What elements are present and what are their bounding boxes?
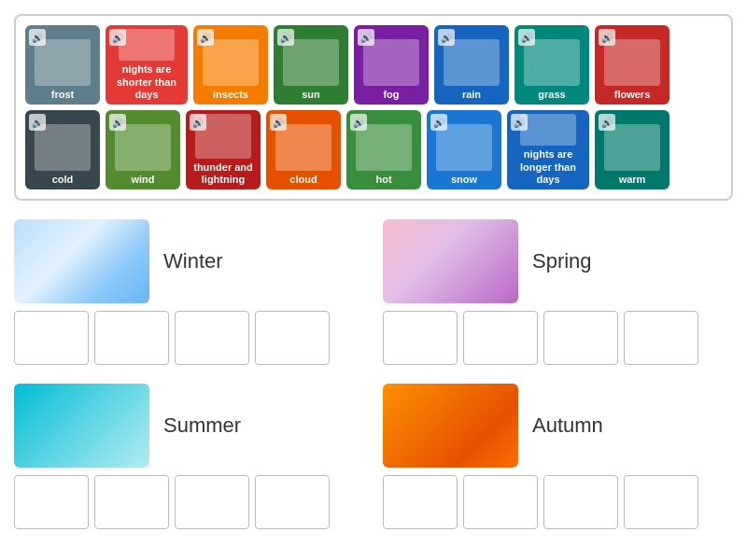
speaker-icon[interactable]: 🔊 — [358, 29, 374, 46]
speaker-icon[interactable]: 🔊 — [438, 29, 455, 46]
card-cold[interactable]: 🔊 cold — [25, 110, 100, 189]
card-label-rain: rain — [462, 89, 481, 101]
autumn-slot-1[interactable] — [383, 475, 458, 529]
card-label-frost: frost — [51, 89, 74, 101]
season-spring: Spring — [383, 219, 733, 365]
card-bank: 🔊 frost 🔊 nights are shorter than days 🔊… — [14, 14, 733, 201]
seasons-grid: Winter Spring Summer — [14, 219, 733, 529]
summer-slot-1[interactable] — [14, 475, 89, 529]
spring-slot-4[interactable] — [624, 311, 698, 365]
summer-drop-slots — [14, 475, 364, 529]
autumn-slot-4[interactable] — [624, 475, 698, 529]
winter-slot-4[interactable] — [255, 311, 330, 365]
winter-slot-2[interactable] — [94, 311, 169, 365]
winter-slot-1[interactable] — [14, 311, 89, 365]
season-spring-image — [383, 219, 518, 303]
card-warm[interactable]: 🔊 warm — [595, 110, 669, 189]
card-label-hot: hot — [375, 174, 391, 186]
speaker-icon[interactable]: 🔊 — [430, 114, 447, 131]
card-frost[interactable]: 🔊 frost — [25, 25, 100, 105]
card-label-warm: warm — [619, 174, 646, 186]
season-summer-image — [14, 384, 149, 468]
season-winter-image — [14, 219, 149, 303]
winter-drop-slots — [14, 311, 364, 365]
season-summer-name: Summer — [163, 413, 241, 438]
season-summer-header: Summer — [14, 384, 364, 468]
speaker-icon[interactable]: 🔊 — [270, 114, 287, 131]
card-sun[interactable]: 🔊 sun — [274, 25, 348, 105]
card-wind[interactable]: 🔊 wind — [106, 110, 180, 189]
card-hot[interactable]: 🔊 hot — [346, 110, 421, 189]
speaker-icon[interactable]: 🔊 — [511, 114, 528, 131]
season-autumn: Autumn — [383, 384, 733, 529]
card-cloud[interactable]: 🔊 cloud — [266, 110, 341, 189]
card-label-thunder: thunder and lightning — [190, 161, 257, 186]
spring-slot-3[interactable] — [543, 311, 618, 365]
season-autumn-name: Autumn — [532, 413, 603, 438]
winter-slot-3[interactable] — [175, 311, 249, 365]
speaker-icon[interactable]: 🔊 — [197, 29, 214, 46]
speaker-icon[interactable]: 🔊 — [109, 114, 126, 131]
speaker-icon[interactable]: 🔊 — [350, 114, 367, 131]
card-label-cold: cold — [52, 174, 74, 186]
season-winter-name: Winter — [163, 249, 223, 273]
card-nights-shorter[interactable]: 🔊 nights are shorter than days — [106, 25, 188, 105]
summer-slot-3[interactable] — [175, 475, 249, 529]
speaker-icon[interactable]: 🔊 — [29, 114, 46, 131]
card-label-fog: fog — [383, 89, 399, 101]
autumn-slot-3[interactable] — [543, 475, 618, 529]
season-autumn-image — [383, 384, 518, 468]
spring-drop-slots — [383, 311, 733, 365]
season-summer: Summer — [14, 384, 364, 529]
spring-slot-2[interactable] — [463, 311, 538, 365]
summer-slot-4[interactable] — [255, 475, 330, 529]
card-insects[interactable]: 🔊 insects — [193, 25, 268, 105]
card-snow[interactable]: 🔊 snow — [427, 110, 501, 189]
card-fog[interactable]: 🔊 fog — [354, 25, 429, 105]
card-label-wind: wind — [131, 174, 154, 186]
card-label-sun: sun — [302, 89, 320, 101]
autumn-slot-2[interactable] — [463, 475, 538, 529]
season-winter: Winter — [14, 219, 364, 365]
summer-slot-2[interactable] — [94, 475, 169, 529]
autumn-drop-slots — [383, 475, 733, 529]
card-rain[interactable]: 🔊 rain — [434, 25, 509, 105]
card-flowers[interactable]: 🔊 flowers — [595, 25, 669, 105]
card-label-nights-longer: nights are longer than days — [511, 148, 585, 186]
card-grass[interactable]: 🔊 grass — [514, 25, 589, 105]
card-nights-longer[interactable]: 🔊 nights are longer than days — [507, 110, 589, 189]
card-label-flowers: flowers — [614, 89, 651, 101]
speaker-icon[interactable]: 🔊 — [109, 29, 126, 46]
card-thunder[interactable]: 🔊 thunder and lightning — [186, 110, 261, 189]
card-label-insects: insects — [213, 89, 248, 101]
speaker-icon[interactable]: 🔊 — [29, 29, 46, 46]
season-spring-name: Spring — [532, 249, 592, 273]
spring-slot-1[interactable] — [383, 311, 458, 365]
speaker-icon[interactable]: 🔊 — [277, 29, 294, 46]
speaker-icon[interactable]: 🔊 — [190, 114, 206, 131]
card-label-grass: grass — [538, 89, 565, 101]
card-label-nights-shorter: nights are shorter than days — [109, 63, 184, 101]
card-label-cloud: cloud — [289, 174, 317, 186]
season-spring-header: Spring — [383, 219, 733, 303]
speaker-icon[interactable]: 🔊 — [599, 114, 615, 131]
season-winter-header: Winter — [14, 219, 364, 303]
season-autumn-header: Autumn — [383, 384, 733, 468]
speaker-icon[interactable]: 🔊 — [518, 29, 535, 46]
speaker-icon[interactable]: 🔊 — [599, 29, 615, 46]
card-label-snow: snow — [451, 174, 477, 186]
